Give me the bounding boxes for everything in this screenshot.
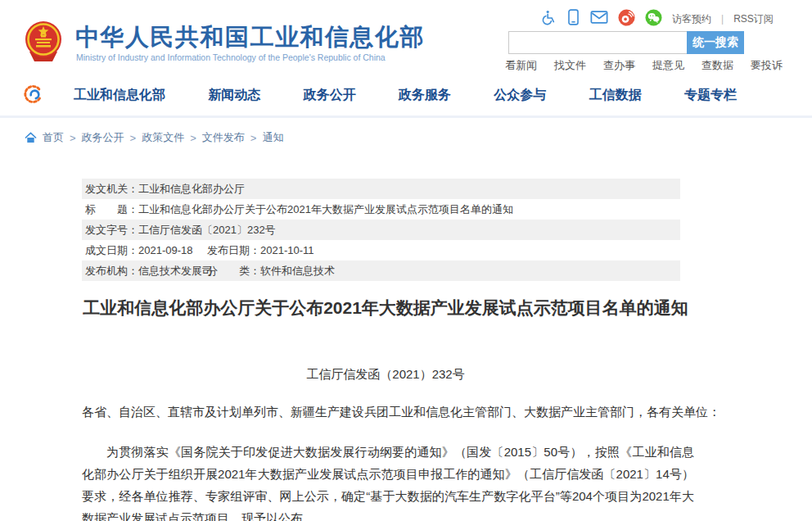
visitor-appointment-link[interactable]: 访客预约 [672, 12, 711, 26]
wechat-icon[interactable] [645, 9, 662, 29]
table-row: 标 题：工业和信息化部办公厅关于公布2021年大数据产业发展试点示范项目名单的通… [82, 199, 680, 220]
meta-label: 发文机关： [85, 183, 138, 195]
quick-link-suggestions[interactable]: 提意见 [652, 58, 684, 73]
nav-item-news[interactable]: 新闻动态 [208, 87, 260, 104]
weibo-icon[interactable] [618, 9, 635, 29]
breadcrumb-separator: > [250, 132, 257, 144]
meta-value: 信息技术发展司 [138, 265, 213, 277]
main-nav: 工业和信息化部 新闻动态 政务公开 政务服务 公众参与 工信数据 专题专栏 [74, 87, 737, 104]
unified-search-button[interactable]: 统一搜索 [687, 31, 744, 54]
quick-link-services[interactable]: 查办事 [603, 58, 635, 73]
breadcrumb-notice[interactable]: 通知 [262, 130, 283, 145]
meta-value: 工信厅信发函〔2021〕232号 [138, 224, 276, 236]
site-subtitle: Ministry of Industry and Information Tec… [76, 52, 386, 62]
nav-item-miit[interactable]: 工业和信息化部 [74, 87, 165, 104]
page: 中华人民共和国工业和信息化部 Ministry of Industry and … [0, 0, 812, 521]
breadcrumb-separator: > [190, 132, 196, 144]
meta-label: 发文字号： [85, 224, 138, 236]
search-input[interactable] [508, 31, 687, 54]
meta-value: 工业和信息化部办公厅 [138, 183, 245, 195]
article-paragraph: 为贯彻落实《国务院关于印发促进大数据发展行动纲要的通知》（国发〔2015〕50号… [82, 441, 694, 521]
mobile-icon[interactable] [566, 8, 580, 29]
tools-divider: | [721, 13, 724, 25]
meta-value: 工业和信息化部办公厅关于公布2021年大数据产业发展试点示范项目名单的通知 [138, 203, 513, 215]
meta-label: 发布日期： [207, 244, 260, 256]
quick-link-news[interactable]: 看新闻 [505, 58, 537, 73]
search-bar: 统一搜索 [508, 31, 744, 54]
article-title: 工业和信息化部办公厅关于公布2021年大数据产业发展试点示范项目名单的通知 [49, 297, 722, 319]
document-meta-table: 发文机关：工业和信息化部办公厅 标 题：工业和信息化部办公厅关于公布2021年大… [82, 179, 680, 281]
miit-gear-logo-icon [22, 83, 44, 108]
breadcrumb: 首页 > 政务公开 > 政策文件 > 文件发布 > 通知 [25, 130, 283, 145]
article-salutation: 各省、自治区、直辖市及计划单列市、新疆生产建设兵团工业和信息化主管部门、大数据产… [82, 405, 729, 420]
national-emblem-icon [25, 20, 62, 66]
nav-item-special-topics[interactable]: 专题专栏 [684, 87, 737, 104]
quick-link-data[interactable]: 查数据 [701, 58, 733, 73]
table-row: 成文日期：2021-09-18 发布日期：2021-10-11 [82, 240, 680, 260]
breadcrumb-separator: > [130, 132, 137, 144]
meta-value: 软件和信息技术 [260, 265, 335, 277]
meta-label: 成文日期： [85, 244, 138, 256]
home-icon[interactable] [25, 132, 37, 143]
breadcrumb-document-release[interactable]: 文件发布 [202, 130, 245, 145]
table-row: 发布机构：信息技术发展司 分 类：软件和信息技术 [82, 260, 680, 281]
meta-label: 发布机构： [85, 265, 138, 277]
accessibility-icon[interactable] [540, 9, 557, 29]
breadcrumb-separator: > [70, 132, 76, 144]
quick-links: 看新闻 找文件 查办事 提意见 查数据 要投诉 [505, 58, 783, 73]
email-icon[interactable] [590, 9, 608, 29]
nav-item-gov-services[interactable]: 政务服务 [399, 87, 451, 104]
breadcrumb-policy-documents[interactable]: 政策文件 [142, 130, 184, 145]
nav-divider [0, 116, 812, 118]
breadcrumb-home[interactable]: 首页 [43, 130, 64, 145]
breadcrumb-gov-affairs[interactable]: 政务公开 [82, 130, 124, 145]
nav-item-public-participation[interactable]: 公众参与 [494, 87, 546, 104]
table-row: 发文字号：工信厅信发函〔2021〕232号 [82, 220, 680, 240]
header-tools: 访客预约 | RSS订阅 [540, 8, 774, 29]
meta-label: 分 类： [207, 265, 260, 277]
site-title: 中华人民共和国工业和信息化部 [75, 21, 425, 54]
meta-value: 2021-09-18 [138, 244, 193, 256]
nav-item-data[interactable]: 工信数据 [589, 87, 642, 104]
rss-subscribe-link[interactable]: RSS订阅 [733, 12, 774, 26]
meta-value: 2021-10-11 [260, 244, 314, 256]
quick-link-complaints[interactable]: 要投诉 [751, 58, 783, 73]
quick-link-documents[interactable]: 找文件 [554, 58, 586, 73]
meta-label: 标 题： [85, 203, 138, 215]
nav-item-gov-affairs[interactable]: 政务公开 [304, 87, 356, 104]
document-number: 工信厅信发函（2021）232号 [49, 367, 722, 383]
table-row: 发文机关：工业和信息化部办公厅 [82, 179, 680, 199]
